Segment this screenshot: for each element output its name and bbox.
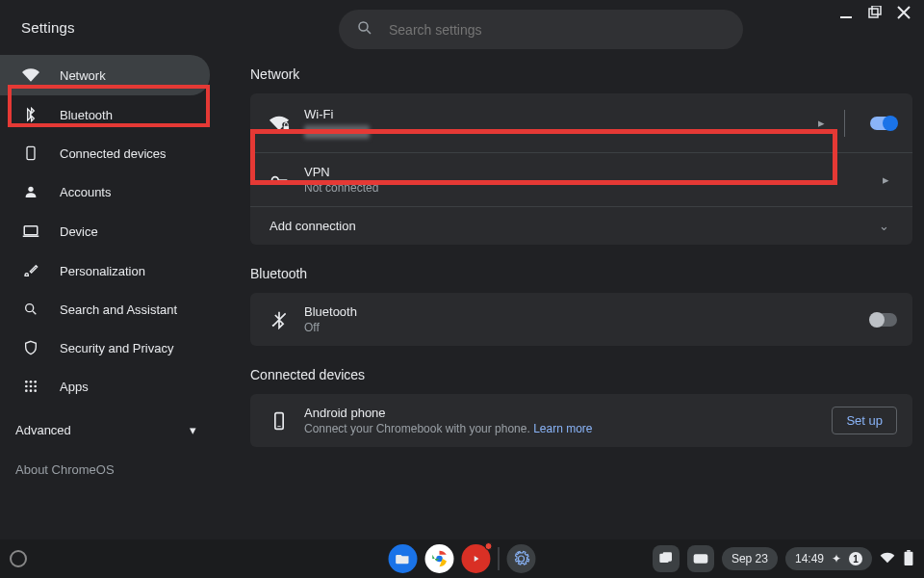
sidebar-item-label: Bluetooth: [60, 108, 113, 122]
files-app-icon[interactable]: [389, 544, 418, 573]
svg-rect-0: [840, 16, 852, 18]
sidebar-item-network[interactable]: Network: [0, 55, 210, 95]
search-input[interactable]: [389, 22, 726, 38]
bluetooth-icon: [21, 107, 40, 122]
bluetooth-row[interactable]: Bluetooth Off: [250, 293, 912, 346]
chevron-right-icon: ▸: [875, 172, 897, 187]
sidebar-item-personalization[interactable]: Personalization: [0, 251, 210, 290]
svg-rect-6: [23, 236, 39, 238]
connected-devices-card: Android phone Connect your Chromebook wi…: [250, 394, 912, 447]
bluetooth-toggle[interactable]: [870, 313, 897, 327]
sidebar-item-label: Accounts: [60, 185, 111, 199]
svg-point-12: [30, 385, 33, 388]
svg-rect-1: [869, 9, 878, 17]
tray-date[interactable]: Sep 23: [722, 547, 778, 570]
svg-point-8: [25, 381, 28, 383]
svg-point-11: [25, 385, 28, 388]
svg-point-19: [272, 176, 279, 183]
svg-rect-27: [694, 555, 706, 563]
svg-point-16: [34, 389, 37, 392]
sidebar-about[interactable]: About ChromeOS: [0, 449, 223, 477]
sidebar-item-bluetooth[interactable]: Bluetooth: [0, 95, 210, 134]
sidebar-item-label: Connected devices: [60, 146, 167, 161]
launcher-button[interactable]: [10, 550, 27, 567]
sparkle-icon: ✦: [832, 552, 841, 565]
wifi-ssid-redacted: [304, 125, 370, 139]
wifi-lock-icon: [266, 113, 293, 134]
apps-icon: [21, 379, 40, 394]
svg-point-7: [26, 304, 34, 312]
network-card: Wi-Fi ▸ VPN Not connected ▸ Add connecti…: [250, 93, 912, 245]
sidebar-item-label: Apps: [60, 380, 89, 394]
sidebar-item-search-assistant[interactable]: Search and Assistant: [0, 290, 210, 328]
vpn-label: VPN: [304, 165, 875, 179]
close-button[interactable]: [897, 6, 911, 19]
wifi-toggle[interactable]: [870, 117, 897, 130]
bluetooth-status: Off: [304, 321, 857, 334]
learn-more-link[interactable]: Learn more: [533, 422, 592, 435]
minimize-button[interactable]: [839, 6, 853, 19]
sidebar: Settings Network Bluetooth Connected dev…: [0, 0, 223, 539]
add-connection-label: Add connection: [270, 219, 871, 233]
svg-rect-21: [277, 426, 280, 427]
notification-badge: 1: [849, 552, 862, 565]
svg-point-9: [30, 381, 33, 383]
svg-point-17: [359, 22, 368, 31]
sidebar-item-label: Security and Privacy: [60, 341, 174, 355]
sidebar-item-label: Personalization: [60, 264, 145, 278]
phone-icon: [266, 411, 293, 431]
search-icon: [21, 302, 40, 317]
svg-rect-20: [275, 412, 283, 429]
add-connection-row[interactable]: Add connection ⌄: [250, 206, 912, 245]
tray-time: 14:49: [795, 552, 824, 565]
chrome-app-icon[interactable]: [425, 544, 454, 573]
main-content: Network Wi-Fi ▸ VPN Not connected: [223, 0, 924, 539]
laptop-icon: [21, 223, 40, 240]
section-title-network: Network: [250, 66, 912, 82]
sidebar-item-accounts[interactable]: Accounts: [0, 172, 210, 211]
sidebar-advanced[interactable]: Advanced ▾: [0, 411, 223, 449]
svg-rect-29: [907, 550, 911, 552]
svg-rect-3: [27, 146, 35, 159]
sidebar-item-device[interactable]: Device: [0, 211, 210, 251]
section-title-connected: Connected devices: [250, 367, 912, 382]
wifi-row[interactable]: Wi-Fi ▸: [250, 93, 912, 152]
chevron-right-icon: ▸: [810, 116, 833, 130]
sidebar-item-label: Device: [60, 224, 98, 239]
settings-app-icon[interactable]: [507, 544, 536, 573]
brush-icon: [21, 263, 40, 278]
svg-rect-26: [663, 553, 671, 561]
youtube-music-icon[interactable]: [462, 544, 491, 573]
tray-wifi-icon[interactable]: [880, 550, 895, 568]
wifi-icon: [21, 66, 40, 84]
tray-overview-icon[interactable]: [653, 545, 680, 572]
android-phone-row: Android phone Connect your Chromebook wi…: [250, 394, 912, 447]
bluetooth-label: Bluetooth: [304, 304, 857, 319]
sidebar-item-label: Network: [60, 68, 106, 83]
bluetooth-off-icon: [266, 310, 293, 329]
advanced-label: Advanced: [15, 423, 71, 437]
svg-rect-2: [872, 6, 881, 14]
chevron-down-icon: ⌄: [871, 219, 897, 233]
bluetooth-card: Bluetooth Off: [250, 293, 912, 346]
tray-keyboard-icon[interactable]: [687, 545, 714, 572]
svg-marker-24: [475, 556, 479, 562]
maximize-button[interactable]: [868, 6, 882, 19]
key-icon: [266, 171, 293, 190]
vpn-status: Not connected: [304, 181, 875, 195]
vpn-row[interactable]: VPN Not connected ▸: [250, 152, 912, 206]
app-title: Settings: [0, 19, 223, 55]
tray-status-area[interactable]: 14:49 ✦ 1: [785, 547, 872, 570]
svg-rect-18: [284, 125, 290, 130]
svg-rect-5: [24, 226, 38, 235]
sidebar-item-apps[interactable]: Apps: [0, 367, 210, 406]
sidebar-item-security-privacy[interactable]: Security and Privacy: [0, 328, 210, 367]
sidebar-item-connected-devices[interactable]: Connected devices: [0, 134, 210, 172]
svg-point-10: [34, 381, 37, 383]
divider: [844, 110, 845, 137]
setup-button[interactable]: Set up: [832, 407, 897, 434]
svg-point-14: [25, 389, 28, 392]
search-bar[interactable]: [339, 10, 743, 49]
tray-battery-icon[interactable]: [903, 550, 914, 568]
wifi-label: Wi-Fi: [304, 107, 810, 121]
